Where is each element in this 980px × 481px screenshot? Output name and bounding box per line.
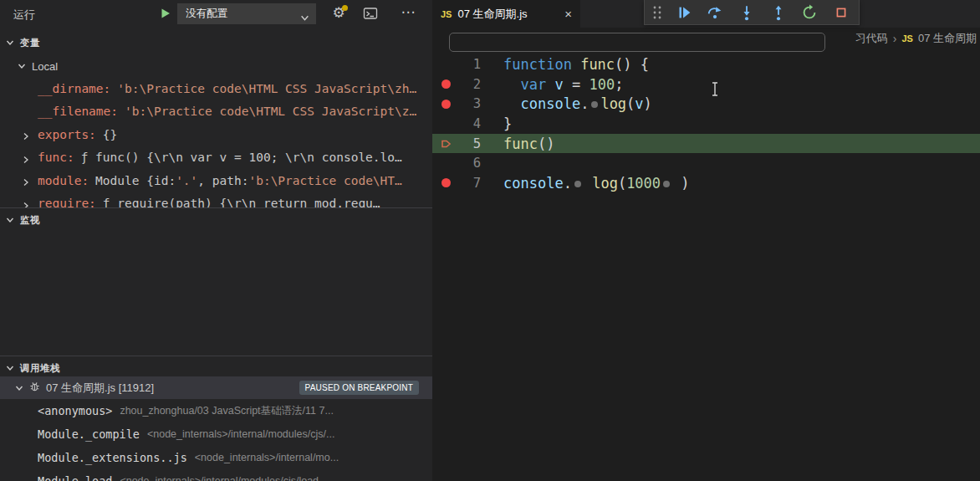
variable-value: ƒ func() {\r\n var v = 100; \r\n console… bbox=[81, 151, 402, 164]
variable-row[interactable]: require:ƒ require(path) {\r\n return mod… bbox=[0, 192, 432, 208]
variable-value: 'b:\Practice code\HT… bbox=[248, 174, 401, 187]
code-lines: 1function func() {2 var v = 100;3 consol… bbox=[432, 54, 980, 193]
bug-icon bbox=[28, 380, 41, 396]
code-text: console. log(1000 ) bbox=[503, 175, 690, 192]
callstack-section-header[interactable]: 调用堆栈 bbox=[0, 359, 432, 377]
step-over-icon[interactable] bbox=[700, 1, 732, 24]
debug-config-dropdown[interactable]: 没有配置 bbox=[177, 3, 316, 24]
line-number: 2 bbox=[432, 74, 481, 95]
variable-row[interactable]: func:ƒ func() {\r\n var v = 100; \r\n co… bbox=[0, 146, 432, 170]
variable-name: func: bbox=[38, 151, 74, 164]
js-file-icon: JS bbox=[901, 33, 912, 43]
code-line[interactable]: 1function func() { bbox=[432, 54, 980, 74]
chevron-down-icon bbox=[6, 35, 14, 50]
callstack-title: 调用堆栈 bbox=[20, 362, 60, 375]
frame-name: Module._extensions..js bbox=[38, 451, 187, 464]
close-icon[interactable]: × bbox=[564, 7, 572, 21]
ellipsis-glyph: ⋯ bbox=[401, 4, 416, 20]
breadcrumb-file[interactable]: 07 生命周期 bbox=[918, 31, 977, 46]
variable-row[interactable]: exports:{} bbox=[0, 123, 432, 146]
continue-icon[interactable] bbox=[668, 1, 700, 24]
variable-name: module: bbox=[38, 174, 89, 187]
frame-path: <node_internals>/internal/modules/cjs/lo… bbox=[120, 475, 327, 481]
code-text: } bbox=[503, 115, 512, 132]
chevron-right-icon[interactable] bbox=[22, 153, 30, 166]
chevron-right-icon[interactable] bbox=[22, 130, 30, 143]
paused-badge: PAUSED ON BREAKPOINT bbox=[299, 381, 419, 395]
inline-breakpoint-dot-icon[interactable] bbox=[574, 181, 581, 187]
stop-icon[interactable] bbox=[825, 1, 857, 24]
inline-breakpoint-dot-icon[interactable] bbox=[663, 181, 670, 187]
code-editor[interactable]: 1function func() {2 var v = 100;3 consol… bbox=[432, 49, 980, 481]
variable-value: '.' bbox=[176, 174, 197, 187]
variable-name: __dirname: bbox=[38, 82, 110, 95]
watch-section: 监视 bbox=[0, 207, 432, 356]
gear-notification-dot bbox=[342, 5, 348, 11]
frame-path: <node_internals>/internal/modules/cjs/..… bbox=[147, 428, 334, 440]
watch-section-header[interactable]: 监视 bbox=[0, 211, 432, 229]
stack-frame-row[interactable]: <anonymous>zhou_zhonghua/03 JavaScript基础… bbox=[0, 399, 432, 422]
variable-name: __filename: bbox=[38, 105, 118, 118]
chevron-right-icon[interactable] bbox=[22, 199, 30, 208]
start-debug-icon[interactable] bbox=[159, 7, 172, 20]
chevron-down-icon bbox=[15, 381, 23, 396]
scope-label: Local bbox=[32, 60, 58, 73]
line-number: 3 bbox=[432, 94, 481, 114]
variable-value: Module {id: bbox=[95, 174, 176, 187]
variable-row[interactable]: __dirname:'b:\Practice code\HTML CSS Jav… bbox=[0, 77, 432, 100]
overlay-input[interactable] bbox=[449, 33, 825, 52]
variable-value: 'b:\Practice code\HTML CSS JavaScript\z… bbox=[125, 105, 416, 118]
debug-session-row[interactable]: 07 生命周期.js [11912] PAUSED ON BREAKPOINT bbox=[0, 376, 432, 399]
watch-title: 监视 bbox=[20, 214, 40, 227]
step-out-icon[interactable] bbox=[763, 1, 794, 24]
js-file-icon: JS bbox=[441, 9, 452, 19]
variable-name: require: bbox=[38, 197, 96, 207]
breadcrumb-folder[interactable]: 习代码 bbox=[855, 31, 888, 46]
debug-console-icon[interactable] bbox=[362, 5, 380, 23]
code-line[interactable]: 5func() bbox=[432, 134, 980, 154]
variable-value: ƒ require(path) {\r\n return mod.requ… bbox=[103, 197, 380, 207]
line-number: 6 bbox=[432, 153, 481, 173]
frame-path: zhou_zhonghua/03 JavaScript基础语法/11 7... bbox=[120, 404, 333, 418]
code-line[interactable]: 7console. log(1000 ) bbox=[432, 173, 980, 193]
panel-title: 运行 bbox=[13, 8, 35, 23]
chevron-down-icon bbox=[6, 361, 14, 376]
toolbar-gripper-icon[interactable] bbox=[646, 1, 668, 24]
code-line[interactable]: 6 bbox=[432, 153, 980, 173]
variable-row[interactable]: __filename:'b:\Practice code\HTML CSS Ja… bbox=[0, 100, 432, 124]
variable-row[interactable]: module:Module {id: '.', path: 'b:\Practi… bbox=[0, 169, 432, 192]
variables-section-header[interactable]: 变量 bbox=[0, 33, 432, 52]
code-line[interactable]: 3 console.log(v) bbox=[432, 94, 980, 114]
step-into-icon[interactable] bbox=[731, 1, 763, 24]
code-line[interactable]: 4} bbox=[432, 114, 980, 134]
line-number: 1 bbox=[432, 54, 481, 74]
scope-local-row[interactable]: Local bbox=[0, 55, 432, 77]
callstack-section: 调用堆栈 07 生命周期.js [11912] PAUSED ON BREAKP… bbox=[0, 356, 432, 481]
code-text: var v = 100; bbox=[503, 76, 623, 93]
run-debug-sidebar: 运行 没有配置 ⚙ ⋯ bbox=[0, 0, 432, 481]
session-label: 07 生命周期.js [11912] bbox=[46, 381, 154, 396]
chevron-right-icon[interactable] bbox=[22, 176, 30, 189]
tab-active[interactable]: JS 07 生命周期.js × bbox=[432, 0, 580, 28]
line-number: 4 bbox=[432, 114, 481, 134]
vscode-window: 运行 没有配置 ⚙ ⋯ bbox=[0, 0, 980, 481]
variable-value: 'b:\Practice code\HTML CSS JavaScript\zh… bbox=[117, 82, 416, 95]
frame-name: <anonymous> bbox=[38, 404, 112, 417]
chevron-down-icon bbox=[18, 60, 26, 73]
stack-frame-row[interactable]: Module.load<node_internals>/internal/mod… bbox=[0, 469, 432, 481]
variable-value: {} bbox=[103, 128, 117, 141]
frame-name: Module.load bbox=[38, 474, 112, 481]
variable-name: exports: bbox=[38, 128, 96, 141]
gear-icon[interactable]: ⚙ bbox=[329, 3, 348, 23]
debug-toolbar bbox=[644, 0, 860, 25]
stack-frame-row[interactable]: Module._compile<node_internals>/internal… bbox=[0, 422, 432, 446]
more-actions-icon[interactable]: ⋯ bbox=[398, 3, 418, 23]
inline-breakpoint-dot-icon[interactable] bbox=[591, 101, 598, 108]
variables-title: 变量 bbox=[20, 37, 40, 49]
restart-icon[interactable] bbox=[794, 1, 826, 24]
variables-list: __dirname:'b:\Practice code\HTML CSS Jav… bbox=[0, 77, 432, 207]
editor-area: JS 07 生命周期.js × 习代码 › JS 07 生命周期 1functi… bbox=[432, 0, 980, 481]
frame-name: Module._compile bbox=[38, 427, 140, 441]
code-line[interactable]: 2 var v = 100; bbox=[432, 74, 980, 95]
stack-frame-row[interactable]: Module._extensions..js<node_internals>/i… bbox=[0, 446, 432, 469]
